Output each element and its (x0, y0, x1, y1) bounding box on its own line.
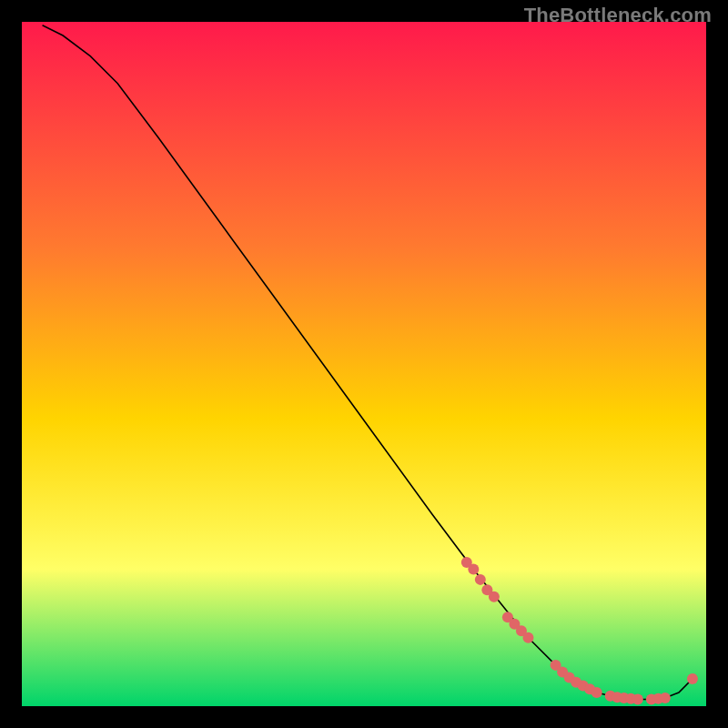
scatter-point (522, 632, 533, 643)
scatter-point (475, 574, 486, 585)
scatter-point (468, 564, 479, 575)
chart-container: TheBottleneck.com (0, 0, 728, 728)
scatter-point (489, 592, 500, 602)
scatter-point (687, 673, 698, 684)
watermark-text: TheBottleneck.com (524, 4, 712, 27)
scatter-point (632, 693, 643, 704)
plot-area (22, 22, 706, 706)
gradient-background (22, 22, 706, 706)
scatter-point (660, 693, 671, 703)
chart-svg (22, 22, 706, 706)
scatter-point (592, 687, 602, 698)
